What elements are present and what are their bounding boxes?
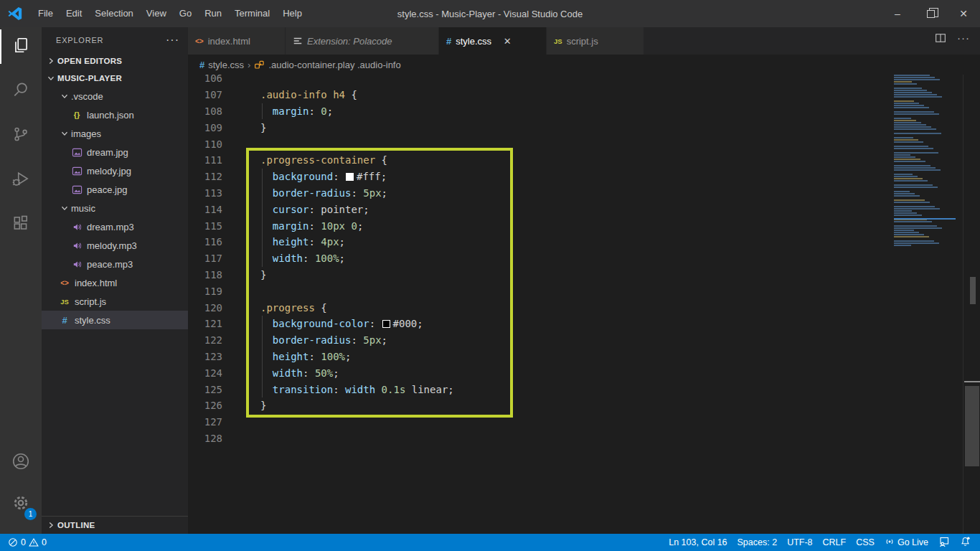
- code-line-114[interactable]: 114 cursor: pointer;: [188, 201, 891, 217]
- line-number[interactable]: 124: [188, 367, 244, 379]
- status-ln-103[interactable]: Ln 103, Col 16: [664, 534, 732, 551]
- line-number[interactable]: 126: [188, 400, 244, 411]
- code-line-127[interactable]: 127: [188, 414, 891, 430]
- tab-style-css[interactable]: #style.css✕: [439, 27, 547, 55]
- split-editor-icon[interactable]: [934, 32, 947, 47]
- activity-explorer[interactable]: [0, 27, 42, 66]
- code-line-123[interactable]: 123 height: 100%;: [188, 349, 891, 365]
- status-feedback[interactable]: [933, 534, 955, 551]
- code-line-117[interactable]: 117 width: 100%;: [188, 250, 891, 267]
- more-actions-icon[interactable]: ···: [957, 32, 970, 47]
- status-utf-8[interactable]: UTF-8: [782, 534, 817, 551]
- code-line-128[interactable]: 128: [188, 430, 891, 447]
- tree-item-style-css[interactable]: #style.css: [42, 311, 188, 329]
- tree-item-peace-jpg[interactable]: peace.jpg: [42, 180, 188, 199]
- close-button[interactable]: ✕: [947, 0, 980, 27]
- line-number[interactable]: 116: [188, 236, 244, 248]
- line-number[interactable]: 118: [188, 269, 244, 281]
- close-icon[interactable]: ✕: [500, 36, 514, 47]
- code-line-112[interactable]: 112 background: #fff;: [188, 169, 891, 185]
- tree-item-peace-mp3[interactable]: peace.mp3: [42, 255, 188, 273]
- tree-item-vscode[interactable]: .vscode: [42, 87, 188, 105]
- tree-item-script-js[interactable]: JSscript.js: [42, 292, 188, 311]
- code-line-113[interactable]: 113 border-radius: 5px;: [188, 185, 891, 202]
- code-line-108[interactable]: 108 margin: 0;: [188, 103, 891, 120]
- line-number[interactable]: 109: [188, 122, 244, 133]
- line-number[interactable]: 122: [188, 334, 244, 346]
- line-number[interactable]: 128: [188, 433, 244, 444]
- tab-extension-polacode[interactable]: Extension: Polacode: [286, 27, 439, 55]
- line-number[interactable]: 127: [188, 416, 244, 428]
- code-line-107[interactable]: 107.audio-info h4 {: [188, 87, 891, 103]
- workspace-root[interactable]: MUSIC-PLAYER: [42, 70, 188, 87]
- explorer-actions-button[interactable]: ···: [166, 37, 179, 43]
- code-line-110[interactable]: 110: [188, 136, 891, 152]
- status-go-live[interactable]: Go Live: [880, 534, 933, 551]
- restore-button[interactable]: [914, 0, 947, 27]
- code-line-124[interactable]: 124 width: 50%;: [188, 364, 891, 381]
- line-number[interactable]: 110: [188, 138, 244, 150]
- tab-index-html[interactable]: <>index.html: [188, 27, 286, 55]
- menu-file[interactable]: File: [32, 8, 60, 19]
- outline-section[interactable]: OUTLINE: [42, 516, 188, 534]
- menu-selection[interactable]: Selection: [88, 8, 139, 19]
- activity-run-debug[interactable]: [0, 161, 42, 199]
- status-css[interactable]: CSS: [851, 534, 880, 551]
- open-editors-section[interactable]: OPEN EDITORS: [42, 52, 188, 70]
- tree-item-dream-jpg[interactable]: dream.jpg: [42, 143, 188, 161]
- vertical-scrollbar[interactable]: [963, 55, 980, 534]
- tree-item-index-html[interactable]: <>index.html: [42, 273, 188, 292]
- code-line-116[interactable]: 116 height: 4px;: [188, 234, 891, 250]
- activity-search[interactable]: [0, 72, 42, 110]
- tree-item-images[interactable]: images: [42, 124, 188, 143]
- code-line-126[interactable]: 126}: [188, 397, 891, 414]
- problems-indicator[interactable]: 0 0: [3, 534, 52, 551]
- activity-extensions[interactable]: [0, 205, 42, 244]
- code-line-121[interactable]: 121 background-color: #000;: [188, 316, 891, 332]
- status-notifications[interactable]: [955, 534, 976, 551]
- code-line-109[interactable]: 109}: [188, 119, 891, 136]
- menu-terminal[interactable]: Terminal: [228, 8, 276, 19]
- tab-script-js[interactable]: JSscript.js: [547, 27, 644, 55]
- code-line-120[interactable]: 120.progress {: [188, 299, 891, 316]
- line-number[interactable]: 113: [188, 187, 244, 199]
- activity-source-control[interactable]: [0, 116, 42, 155]
- scrollbar-thumb[interactable]: [965, 386, 979, 466]
- tree-item-melody-mp3[interactable]: melody.mp3: [42, 236, 188, 255]
- status-spaces[interactable]: Spaces: 2: [732, 534, 783, 551]
- menu-view[interactable]: View: [140, 8, 173, 19]
- minimize-button[interactable]: –: [881, 0, 914, 27]
- breadcrumb-symbol[interactable]: .audio-container.play .audio-info: [268, 60, 400, 70]
- menu-go[interactable]: Go: [173, 8, 198, 19]
- code-line-125[interactable]: 125 transition: width 0.1s linear;: [188, 381, 891, 397]
- tree-item-melody-jpg[interactable]: melody.jpg: [42, 161, 188, 180]
- breadcrumb-file[interactable]: style.css: [208, 60, 244, 70]
- line-number[interactable]: 111: [188, 154, 244, 166]
- line-number[interactable]: 115: [188, 220, 244, 232]
- line-number[interactable]: 107: [188, 89, 244, 100]
- code-editor[interactable]: 106107.audio-info h4 {108 margin: 0;109}…: [188, 70, 891, 446]
- status-crlf[interactable]: CRLF: [818, 534, 852, 551]
- tree-item-dream-mp3[interactable]: dream.mp3: [42, 217, 188, 236]
- line-number[interactable]: 112: [188, 171, 244, 182]
- line-number[interactable]: 125: [188, 384, 244, 395]
- line-number[interactable]: 123: [188, 351, 244, 362]
- activity-accounts[interactable]: [0, 443, 42, 482]
- code-line-111[interactable]: 111.progress-container {: [188, 152, 891, 169]
- line-number[interactable]: 114: [188, 204, 244, 215]
- tree-item-music[interactable]: music: [42, 199, 188, 217]
- line-number[interactable]: 119: [188, 286, 244, 297]
- line-number[interactable]: 108: [188, 105, 244, 117]
- menu-edit[interactable]: Edit: [60, 8, 88, 19]
- code-line-119[interactable]: 119: [188, 283, 891, 299]
- menu-run[interactable]: Run: [198, 8, 228, 19]
- code-line-122[interactable]: 122 border-radius: 5px;: [188, 332, 891, 349]
- line-number[interactable]: 117: [188, 253, 244, 264]
- tree-item-launch-json[interactable]: {}launch.json: [42, 105, 188, 124]
- breadcrumb[interactable]: # style.css › .audio-container.play .aud…: [188, 55, 980, 75]
- line-number[interactable]: 120: [188, 302, 244, 314]
- code-line-118[interactable]: 118}: [188, 267, 891, 283]
- line-number[interactable]: 121: [188, 318, 244, 329]
- minimap[interactable]: [894, 62, 960, 492]
- activity-settings[interactable]: 1: [0, 485, 42, 524]
